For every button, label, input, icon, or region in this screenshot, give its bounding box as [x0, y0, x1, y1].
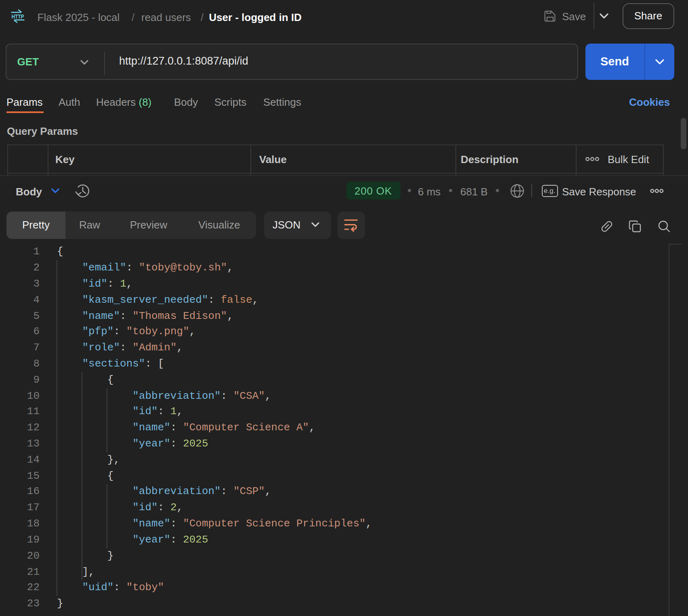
svg-text:HTTP: HTTP — [11, 13, 24, 19]
